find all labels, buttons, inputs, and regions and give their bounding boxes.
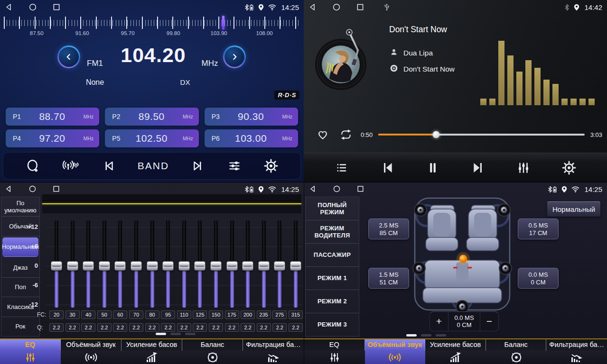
slider-handle[interactable] — [67, 261, 78, 271]
eq-band-slider[interactable] — [193, 220, 207, 308]
eq-band-slider[interactable] — [241, 220, 255, 308]
decrease-delay-button[interactable]: − — [480, 312, 498, 331]
eq-page-indicator[interactable] — [156, 333, 196, 335]
location-icon — [561, 186, 567, 193]
tab-bass-boost[interactable]: Усиление басов — [121, 339, 182, 364]
radio-preset-button[interactable]: P188.70MHz — [6, 108, 99, 126]
soundfield-mode-item[interactable]: РЕЖИМ 2 — [306, 290, 359, 313]
soundfield-preset-button[interactable]: Нормальный — [547, 201, 600, 217]
slider-handle[interactable] — [162, 261, 174, 271]
eq-band-slider[interactable] — [272, 220, 287, 308]
back-button[interactable] — [309, 185, 318, 193]
tab-eq[interactable]: EQ — [304, 339, 365, 364]
car-cabin-diagram[interactable] — [412, 196, 512, 316]
soundfield-page-indicator[interactable] — [406, 334, 446, 337]
playlist-icon[interactable] — [335, 162, 349, 174]
previous-track-icon[interactable] — [380, 160, 395, 175]
recents-button[interactable] — [356, 185, 365, 193]
eq-band-slider[interactable] — [97, 220, 112, 308]
eq-preset-item[interactable]: Рок — [1, 317, 39, 336]
repeat-icon[interactable] — [339, 128, 353, 141]
home-button[interactable] — [333, 185, 341, 193]
tune-down-button[interactable] — [57, 46, 80, 68]
slider-handle[interactable] — [274, 261, 285, 271]
tab-eq[interactable]: EQ — [0, 339, 61, 364]
eq-preset-item[interactable]: По умолчанию — [1, 197, 39, 217]
recents-button[interactable] — [52, 3, 61, 11]
tab-bass-boost[interactable]: Усиление басов — [425, 339, 486, 364]
next-track-icon[interactable] — [470, 160, 486, 175]
recents-button[interactable] — [356, 3, 364, 11]
soundfield-mode-item[interactable]: ПАССАЖИР — [306, 244, 359, 267]
settings-gear-icon[interactable] — [562, 161, 576, 175]
recents-button[interactable] — [52, 185, 61, 193]
progress-track[interactable] — [378, 134, 584, 136]
slider-handle[interactable] — [210, 261, 222, 271]
eq-band-slider[interactable] — [49, 220, 64, 308]
slider-handle[interactable] — [114, 261, 126, 271]
eq-band-slider[interactable] — [113, 220, 127, 308]
previous-icon[interactable] — [102, 159, 115, 173]
frequency-ruler[interactable] — [4, 16, 300, 30]
slider-handle[interactable] — [147, 261, 158, 271]
radio-preset-button[interactable]: P390.30MHz — [205, 108, 298, 126]
slider-handle[interactable] — [83, 261, 94, 271]
tab-filter[interactable]: Фильтрация ба… — [243, 339, 304, 364]
soundfield-mode-item[interactable]: РЕЖИМ 1 — [306, 267, 359, 290]
tune-up-button[interactable] — [223, 46, 246, 68]
radio-preset-button[interactable]: P497.20MHz — [6, 129, 99, 147]
soundfield-mode-item[interactable]: ПОЛНЫЙ РЕЖИМ — [306, 197, 359, 220]
rear-right-delay-button[interactable]: 0.0 MS 0 CM — [518, 268, 559, 289]
scan-icon[interactable] — [26, 159, 40, 173]
tab-balance[interactable]: Баланс — [182, 339, 243, 364]
progress-knob[interactable] — [432, 131, 439, 138]
eq-band-slider[interactable] — [65, 220, 80, 308]
slider-handle[interactable] — [131, 261, 142, 271]
slider-handle[interactable] — [194, 261, 205, 271]
equalizer-sliders-icon[interactable] — [227, 159, 242, 173]
slider-handle[interactable] — [51, 261, 62, 271]
eq-band-slider[interactable] — [225, 220, 239, 308]
eq-band-slider[interactable] — [145, 220, 159, 308]
rear-left-delay-button[interactable]: 1.5 MS 51 CM — [368, 268, 409, 289]
slider-handle[interactable] — [242, 261, 253, 271]
radio-preset-button[interactable]: P5102.50MHz — [105, 129, 198, 147]
slider-handle[interactable] — [226, 261, 238, 271]
eq-band-slider[interactable] — [257, 220, 271, 308]
home-button[interactable] — [332, 3, 341, 11]
equalizer-sliders-icon[interactable] — [516, 161, 531, 175]
pause-icon[interactable] — [426, 160, 439, 175]
back-button[interactable] — [308, 3, 317, 11]
eq-band-slider[interactable] — [161, 220, 175, 308]
eq-band-slider[interactable] — [209, 220, 223, 308]
radio-preset-button[interactable]: P6103.00MHz — [205, 129, 298, 147]
front-left-delay-button[interactable]: 2.5 MS 85 CM — [368, 218, 409, 239]
front-right-delay-button[interactable]: 0.5 MS 17 CM — [518, 218, 559, 239]
eq-band-slider[interactable] — [177, 220, 191, 308]
back-button[interactable] — [5, 185, 13, 193]
home-button[interactable] — [28, 185, 37, 193]
tab-surround-sound[interactable]: Объёмный звук — [61, 339, 121, 364]
slider-handle[interactable] — [258, 261, 270, 271]
slider-handle[interactable] — [290, 261, 301, 271]
increase-delay-button[interactable]: + — [430, 312, 448, 331]
tab-surround-sound[interactable]: Объёмный звук — [365, 339, 426, 364]
slider-handle[interactable] — [178, 261, 190, 271]
back-button[interactable] — [5, 3, 13, 11]
settings-gear-icon[interactable] — [264, 159, 278, 173]
eq-band-slider[interactable] — [289, 220, 303, 308]
soundfield-mode-item[interactable]: РЕЖИМ ВОДИТЕЛЯ — [306, 220, 359, 244]
favorite-heart-icon[interactable] — [316, 128, 329, 141]
soundfield-mode-item[interactable]: РЕЖИМ 3 — [306, 313, 359, 336]
broadcast-icon[interactable] — [62, 159, 79, 173]
tab-balance[interactable]: Баланс — [486, 339, 547, 364]
spectrum-bar — [507, 55, 514, 105]
eq-band-slider[interactable] — [81, 220, 95, 308]
next-icon[interactable] — [191, 159, 205, 173]
band-button[interactable]: BAND — [138, 160, 169, 172]
eq-band-slider[interactable] — [129, 220, 143, 308]
slider-handle[interactable] — [99, 261, 110, 271]
radio-preset-button[interactable]: P289.50MHz — [105, 108, 198, 126]
tab-filter[interactable]: Фильтрация ба… — [546, 339, 607, 364]
home-button[interactable] — [28, 3, 37, 11]
